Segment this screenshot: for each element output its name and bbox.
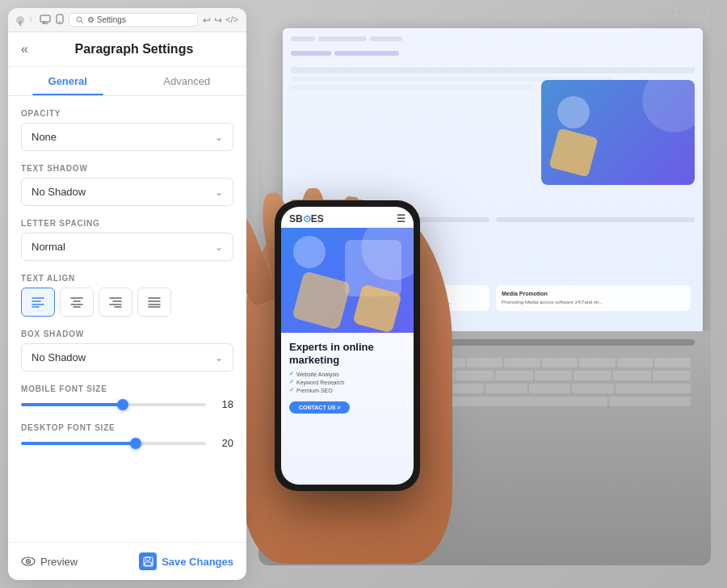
mobile-font-size-label: MOBILE FONT SIZE bbox=[21, 384, 233, 393]
tab-advanced[interactable]: Advanced bbox=[128, 67, 247, 95]
browser-redo-button[interactable]: ↪ bbox=[214, 15, 222, 26]
desktop-font-size-track bbox=[21, 442, 206, 445]
settings-panel: ⚙ Settings ↩ ↪ </> « Paragraph Settings … bbox=[8, 8, 246, 580]
phone-cta-button[interactable]: CONTACT US > bbox=[289, 401, 350, 414]
panel-footer: Preview Save Changes bbox=[8, 542, 246, 580]
text-align-label: TEXT ALIGN bbox=[21, 274, 233, 283]
text-shadow-field-group: TEXT SHADOW No Shadow ⌄ bbox=[21, 164, 233, 206]
save-changes-button[interactable]: Save Changes bbox=[139, 552, 233, 570]
preview-label: Preview bbox=[40, 556, 78, 568]
hand-phone-area: SB⊙ES ☰ Experts in online marketing Webs… bbox=[226, 160, 509, 564]
browser-address-bar[interactable]: ⚙ Settings bbox=[69, 13, 198, 27]
browser-device-icon bbox=[40, 15, 51, 26]
text-shadow-label: TEXT SHADOW bbox=[21, 164, 233, 173]
panel-body: OPACITY None ⌄ TEXT SHADOW No Shadow ⌄ L… bbox=[8, 96, 246, 542]
svg-point-22 bbox=[27, 561, 29, 562]
mobile-font-size-thumb[interactable] bbox=[117, 399, 128, 410]
desktop-font-size-value: 20 bbox=[214, 437, 233, 449]
opacity-field-group: OPACITY None ⌄ bbox=[21, 109, 233, 151]
save-icon bbox=[139, 552, 157, 570]
desktop-font-size-fill bbox=[21, 442, 136, 445]
mobile-font-size-track bbox=[21, 403, 206, 406]
align-center-button[interactable] bbox=[60, 288, 94, 317]
text-align-buttons bbox=[21, 288, 233, 317]
browser-chrome: ⚙ Settings ↩ ↪ </> bbox=[8, 8, 246, 32]
mobile-font-size-slider-row: 18 bbox=[21, 398, 233, 410]
mobile-font-size-fill bbox=[21, 403, 123, 406]
tab-general[interactable]: General bbox=[8, 67, 128, 95]
browser-undo-button[interactable]: ↩ bbox=[203, 15, 211, 26]
align-left-button[interactable] bbox=[21, 288, 55, 317]
phone-hero-title: Experts in online marketing bbox=[289, 341, 406, 366]
browser-forward-button[interactable] bbox=[27, 15, 35, 25]
panel-title: Paragraph Settings bbox=[35, 42, 233, 57]
preview-button[interactable]: Preview bbox=[21, 556, 78, 568]
box-shadow-chevron-icon: ⌄ bbox=[215, 352, 223, 363]
letter-spacing-chevron-icon: ⌄ bbox=[215, 242, 223, 253]
phone-mockup: SB⊙ES ☰ Experts in online marketing Webs… bbox=[275, 200, 420, 491]
text-shadow-select[interactable]: No Shadow ⌄ bbox=[21, 178, 233, 206]
save-floppy-icon bbox=[143, 556, 153, 567]
svg-rect-25 bbox=[145, 562, 151, 565]
desktop-font-size-slider-row: 20 bbox=[21, 437, 233, 449]
text-shadow-chevron-icon: ⌄ bbox=[215, 187, 223, 198]
browser-nav-actions: ↩ ↪ </> bbox=[203, 15, 238, 26]
svg-point-2 bbox=[59, 21, 61, 23]
letter-spacing-select[interactable]: Normal ⌄ bbox=[21, 233, 233, 261]
opacity-label: OPACITY bbox=[21, 109, 233, 118]
opacity-select[interactable]: None ⌄ bbox=[21, 123, 233, 151]
box-shadow-field-group: BOX SHADOW No Shadow ⌄ bbox=[21, 330, 233, 372]
desktop-font-size-thumb[interactable] bbox=[130, 438, 141, 449]
letter-spacing-label: LETTER SPACING bbox=[21, 219, 233, 228]
desktop-font-size-label: DESKTOP FONT SIZE bbox=[21, 423, 233, 432]
browser-address-text: ⚙ Settings bbox=[87, 15, 126, 24]
laptop-section2-title: Media Promotion bbox=[502, 291, 685, 296]
phone-feature-2: Keyword Research bbox=[289, 379, 406, 385]
laptop-section2-text: Promoting Media across software 24/7and … bbox=[502, 299, 685, 305]
browser-mobile-icon bbox=[56, 14, 64, 26]
box-shadow-select[interactable]: No Shadow ⌄ bbox=[21, 343, 233, 372]
phone-feature-3: Premium SEO bbox=[289, 387, 406, 393]
letter-spacing-field-group: LETTER SPACING Normal ⌄ bbox=[21, 219, 233, 261]
panel-header: « Paragraph Settings bbox=[8, 32, 246, 67]
save-label: Save Changes bbox=[162, 556, 233, 568]
desktop-font-size-field-group: DESKTOP FONT SIZE 20 bbox=[21, 423, 233, 449]
box-shadow-label: BOX SHADOW bbox=[21, 330, 233, 338]
phone-screen: SB⊙ES ☰ Experts in online marketing Webs… bbox=[281, 207, 414, 485]
phone-logo: SB⊙ES bbox=[289, 213, 324, 225]
align-right-button[interactable] bbox=[99, 288, 132, 317]
phone-hamburger-icon: ☰ bbox=[397, 213, 406, 225]
eye-icon bbox=[21, 556, 36, 566]
browser-code-button[interactable]: </> bbox=[225, 15, 238, 26]
svg-rect-0 bbox=[40, 15, 50, 22]
align-justify-button[interactable] bbox=[137, 288, 171, 317]
opacity-chevron-icon: ⌄ bbox=[215, 132, 223, 143]
text-align-field-group: TEXT ALIGN bbox=[21, 274, 233, 317]
panel-back-button[interactable]: « bbox=[21, 42, 28, 57]
phone-hero-image bbox=[281, 228, 414, 333]
mobile-font-size-field-group: MOBILE FONT SIZE 18 bbox=[21, 384, 233, 410]
phone-feature-1: Website Analysis bbox=[289, 371, 406, 377]
settings-tabs: General Advanced bbox=[8, 67, 246, 96]
svg-point-3 bbox=[77, 17, 82, 22]
mobile-font-size-value: 18 bbox=[214, 398, 233, 410]
browser-back-button[interactable] bbox=[16, 16, 24, 24]
